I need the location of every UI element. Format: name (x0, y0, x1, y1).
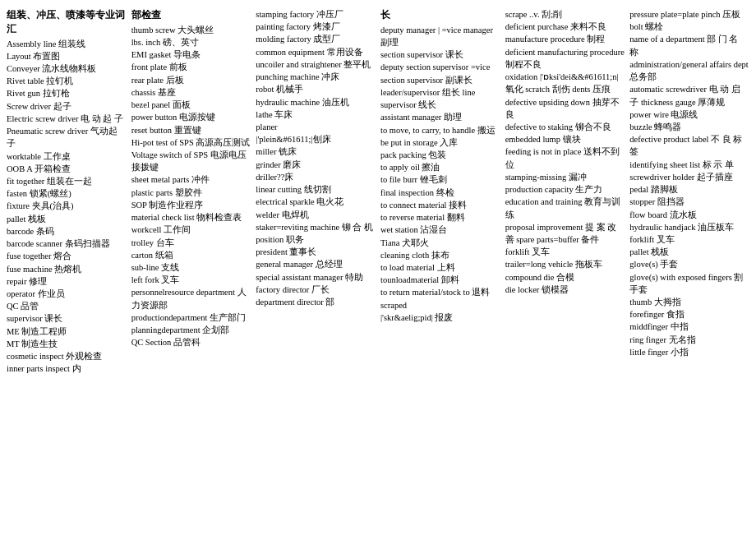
entry-2-11: miller 铣床 (256, 145, 376, 158)
entry-4-11: education and training 教育与训练 (505, 196, 625, 220)
entry-0-15: fuse together 熔合 (7, 250, 127, 262)
entry-0-4: Rivet gun 拉钉枪 (7, 87, 127, 99)
entry-2-0: stamping factory 冲压厂 (256, 8, 376, 21)
entry-4-7: embedded lump 镶块 (505, 133, 625, 145)
entry-2-20: general manager 总经理 (256, 258, 376, 270)
entry-5-5: buzzle 蜂鸣器 (629, 121, 749, 133)
entry-0-19: QC 品管 (7, 300, 127, 312)
entry-4-0: scrape ..v. 刮;削 (505, 8, 625, 21)
entry-3-7: to apply oil 擦油 (380, 161, 500, 173)
entry-1-6: bezel panel 面板 (131, 99, 251, 111)
entry-3-12: wet station 沾湿台 (380, 224, 500, 236)
column-title-0: 组装、冲压、喷漆等专业词汇 (7, 8, 127, 36)
entry-2-16: welder 电焊机 (256, 209, 376, 221)
column-1: 部检查thumb screw 大头螺丝lbs. inch 磅、英寸EMI gas… (131, 8, 251, 376)
entry-1-10: Voltage switch of SPS 电源电压接拨键 (131, 149, 251, 173)
entry-2-10: |'plein&#61611;|刨床 (256, 133, 376, 145)
column-title-3: 长 (380, 8, 500, 22)
entry-0-13: barcode 条码 (7, 225, 127, 238)
entry-5-13: pallet 栈板 (629, 246, 749, 258)
entry-3-11: to reverse material 翻料 (380, 211, 500, 224)
entry-0-7: worktable 工作桌 (7, 150, 127, 163)
entry-3-14: cleaning cloth 抹布 (380, 249, 500, 261)
entry-5-4: power wire 电源线 (629, 108, 749, 121)
entry-0-18: operator 作业员 (7, 288, 127, 300)
entry-1-15: trolley 台车 (131, 237, 251, 249)
entry-0-9: fit together 组装在一起 (7, 175, 127, 187)
entry-0-14: barcode scanner 条码扫描器 (7, 238, 127, 250)
entry-3-10: to connect material 接料 (380, 199, 500, 211)
entry-1-9: Hi-pot test of SPS 高源高压测试 (131, 136, 251, 149)
entry-4-8: feeding is not in place 送料不到位 (505, 145, 625, 170)
entry-1-14: material check list 物料检查表workcell 工作间 (131, 211, 251, 236)
entry-4-6: defective to staking 铆合不良 (505, 121, 625, 133)
entry-0-22: MT 制造生技 (7, 338, 127, 350)
entry-5-7: identifying sheet list 标 示 单 (629, 159, 749, 171)
entry-2-7: hydraulic machine 油压机 (256, 96, 376, 108)
entry-3-1: section supervisor 课长 (380, 48, 500, 61)
entry-1-1: lbs. inch 磅、英寸 (131, 36, 251, 48)
entry-2-22: department director 部 (256, 296, 376, 308)
entry-2-9: planer (256, 121, 376, 133)
entry-1-22: QC Section 品管科 (131, 336, 251, 348)
entry-3-19: |'skr&aelig;pid| 报废 (380, 311, 500, 324)
entry-4-1: deficient purchase 来料不良 (505, 21, 625, 33)
entry-3-15: to load material 上料 (380, 261, 500, 274)
entry-4-12: proposal improvement 提 案 改 善 spare parts… (505, 221, 625, 246)
entry-3-2: deputy section supervisor =vice section … (380, 61, 500, 85)
entry-2-4: uncoiler and straightener 整平机 (256, 58, 376, 71)
entry-2-17: staker=reviting machine 铆 合 机 (256, 221, 376, 233)
entry-3-18: scraped (380, 299, 500, 311)
entry-2-21: special assistant manager 特助 factory dir… (256, 271, 376, 296)
column-2: stamping factory 冲压厂painting factory 烤漆厂… (256, 8, 376, 376)
entry-4-15: compound die 合模 (505, 271, 625, 284)
entry-4-9: stamping-missing 漏冲 (505, 171, 625, 183)
entry-5-19: ring finger 无名指 (629, 334, 749, 346)
entry-5-12: forklift 叉车 (629, 233, 749, 246)
entry-0-11: fixture 夹具(治具) (7, 200, 127, 212)
entry-5-14: glove(s) 手套 (629, 258, 749, 270)
entry-4-5: defective upsiding down 抽芽不良 (505, 96, 625, 121)
column-0: 组装、冲压、喷漆等专业词汇Assembly line 组装线Layout 布置图… (7, 8, 127, 376)
entry-5-10: flow board 流水板 (629, 209, 749, 221)
entry-0-23: cosmetic inspect 外观检查 (7, 350, 127, 362)
entry-2-19: president 董事长 (256, 246, 376, 258)
entry-2-14: linear cutting 线切割 (256, 183, 376, 196)
entry-5-16: thumb 大拇指 (629, 296, 749, 308)
column-5: pressure plate=plate pinch 压板 bolt 螺栓nam… (629, 8, 749, 376)
entry-3-17: to return material/stock to 退料 (380, 286, 500, 298)
entry-5-11: hydraulic handjack 油压板车 (629, 221, 749, 233)
entry-5-1: name of a department 部 门 名 称 (629, 33, 749, 58)
entry-0-21: ME 制造工程师 (7, 325, 127, 338)
column-3: 长deputy manager | =vice manager 副理sectio… (380, 8, 500, 376)
entry-0-16: fuse machine 热熔机 (7, 263, 127, 275)
entry-1-17: sub-line 支线 (131, 261, 251, 274)
entry-1-16: carton 纸箱 (131, 249, 251, 261)
entry-5-8: screwdriver holder 起子插座 pedal 踏脚板 (629, 171, 749, 196)
entry-0-8: OOB A 开箱检查 (7, 163, 127, 175)
entry-2-18: position 职务 (256, 233, 376, 246)
entry-2-8: lathe 车床 (256, 108, 376, 121)
entry-4-14: trailer=long vehicle 拖板车 (505, 258, 625, 270)
entry-0-17: repair 修理 (7, 275, 127, 288)
entry-5-20: little finger 小指 (629, 346, 749, 358)
entry-0-6: Electric screw driver 电 动 起 子 Pneumatic … (7, 113, 127, 150)
entry-2-15: electrical sparkle 电火花 (256, 196, 376, 208)
entry-5-15: glove(s) with exposed fingers 割手套 (629, 271, 749, 296)
entry-3-16: tounloadmaterial 卸料 (380, 274, 500, 286)
entry-3-0: deputy manager | =vice manager 副理 (380, 24, 500, 48)
entry-3-8: to file burr 锉毛刺 (380, 173, 500, 186)
entry-1-2: EMI gasket 导电条 (131, 48, 251, 61)
entry-1-4: rear plate 后板 (131, 74, 251, 86)
entry-2-6: robot 机械手 (256, 83, 376, 95)
entry-2-1: painting factory 烤漆厂 (256, 21, 376, 33)
entry-5-3: automatic screwdriver 电 动 启 子 thickness … (629, 83, 749, 108)
entry-4-2: manufacture procedure 制程 (505, 33, 625, 45)
entry-3-4: assistant manager 助理 (380, 111, 500, 123)
entry-4-13: forklift 叉车 (505, 246, 625, 258)
entry-1-7: power button 电源按键 (131, 111, 251, 123)
entry-0-10: fasten 锁紧(螺丝) (7, 187, 127, 200)
entry-1-3: front plate 前板 (131, 61, 251, 73)
entry-2-12: grinder 磨床 (256, 159, 376, 171)
entry-1-8: reset button 重置键 (131, 124, 251, 136)
